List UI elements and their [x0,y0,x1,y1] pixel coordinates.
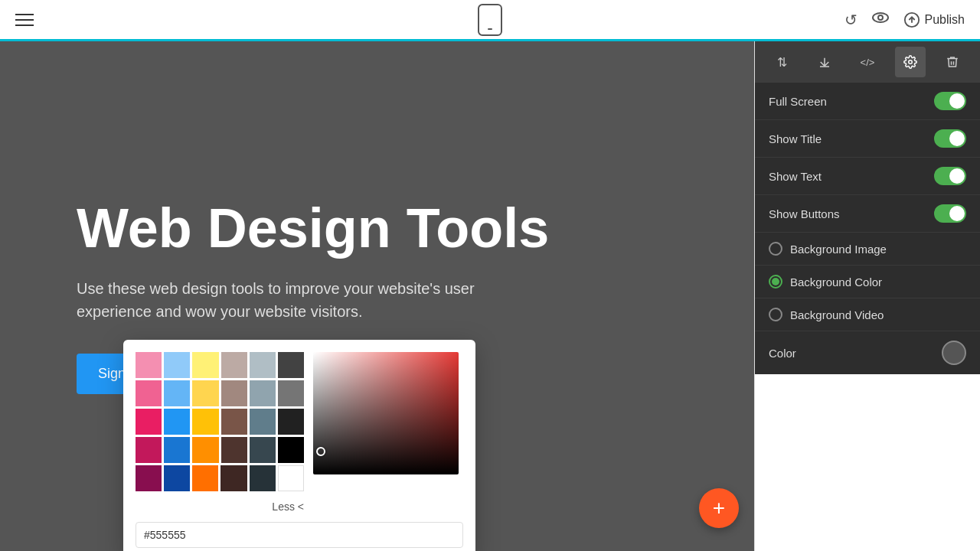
top-bar-left [15,14,34,26]
show-buttons-label: Show Buttons [769,207,840,220]
gradient-handle[interactable] [316,447,325,456]
swatch-cell[interactable] [278,352,304,378]
show-title-row: Show Title [755,120,980,158]
swatch-cell[interactable] [136,437,162,463]
panel-toolbar: ⇅ </> [755,41,980,83]
settings-panel: Full Screen Show Title Show Text Show Bu… [755,83,980,374]
top-bar-right: ↺ Publish [844,8,965,31]
swatch-cell[interactable] [250,380,276,406]
swatch-row-1 [136,352,304,378]
bg-color-label: Background Color [790,276,882,289]
swatch-cell[interactable] [136,465,162,491]
show-text-row: Show Text [755,158,980,195]
full-screen-toggle[interactable] [934,92,966,110]
bg-video-row[interactable]: Background Video [755,298,980,331]
download-tool-button[interactable] [809,47,840,77]
svg-point-4 [908,60,912,64]
show-buttons-toggle[interactable] [934,204,966,223]
top-bar: ↺ Publish [0,0,980,41]
hero-title: Web Design Tools [77,198,678,259]
swatch-grid [136,352,304,491]
picker-layout: Less < [136,352,463,516]
swatch-row-4 [136,437,304,463]
swatch-row-5 [136,465,304,491]
swatch-cell[interactable] [221,409,247,435]
swatch-cell[interactable] [250,352,276,378]
color-swatch-button[interactable] [942,341,966,365]
swatch-cell[interactable] [164,465,190,491]
preview-icon[interactable] [871,8,890,31]
right-panel: ⇅ </> [754,41,980,551]
swatch-cell[interactable] [136,409,162,435]
swatch-cell[interactable] [250,409,276,435]
settings-tool-button[interactable] [895,47,926,77]
swatch-cell[interactable] [221,437,247,463]
less-button[interactable]: Less < [272,497,304,516]
swatches-section: Less < [136,352,304,516]
swatch-cell[interactable] [192,465,218,491]
swatch-row-2 [136,380,304,406]
publish-button[interactable]: Publish [925,13,965,27]
menu-icon[interactable] [15,14,34,26]
swatch-cell[interactable] [221,352,247,378]
swatch-cell[interactable] [164,352,190,378]
hex-input[interactable] [136,522,463,548]
swatch-cell[interactable] [278,437,304,463]
swatch-cell[interactable] [278,409,304,435]
gradient-box[interactable] [313,352,459,474]
swatch-cell[interactable] [221,380,247,406]
swatch-cell[interactable] [136,352,162,378]
show-text-toggle[interactable] [934,167,966,185]
svg-point-0 [873,13,888,22]
delete-tool-button[interactable] [937,47,968,77]
color-picker-popup: Less < [123,340,475,551]
bg-image-row[interactable]: Background Image [755,233,980,266]
full-screen-label: Full Screen [769,95,827,108]
swatch-cell[interactable] [250,465,276,491]
show-title-label: Show Title [769,132,822,145]
swatch-cell[interactable] [164,409,190,435]
show-text-label: Show Text [769,170,822,183]
hero-subtitle: Use these web design tools to improve yo… [77,277,536,323]
swatch-cell[interactable] [278,380,304,406]
swatch-cell[interactable] [164,437,190,463]
bg-color-row[interactable]: Background Color [755,266,980,298]
swatch-cell[interactable] [220,465,247,491]
bg-video-radio[interactable] [769,308,782,321]
swatch-cell[interactable] [192,437,218,463]
swatch-cell[interactable] [278,465,304,491]
bg-video-label: Background Video [790,308,884,321]
show-buttons-row: Show Buttons [755,195,980,233]
mobile-preview-icon[interactable] [478,4,502,36]
bg-image-label: Background Image [790,243,887,256]
swatch-cell[interactable] [192,409,218,435]
color-row: Color [755,331,980,374]
color-label: Color [769,347,796,360]
swatch-cell[interactable] [164,380,190,406]
sort-tool-button[interactable]: ⇅ [767,47,798,77]
undo-icon[interactable]: ↺ [844,11,858,29]
gradient-picker[interactable] [313,352,459,474]
fab-add-button[interactable]: + [699,488,739,528]
svg-point-1 [878,15,883,20]
swatch-cell[interactable] [192,380,218,406]
show-title-toggle[interactable] [934,129,966,148]
publish-area[interactable]: Publish [903,11,965,28]
bg-image-radio[interactable] [769,242,782,256]
code-tool-button[interactable]: </> [852,47,883,77]
swatch-row-3 [136,409,304,435]
swatch-cell[interactable] [192,352,218,378]
bg-color-radio[interactable] [769,275,782,289]
swatch-cell[interactable] [136,380,162,406]
full-screen-row: Full Screen [755,83,980,120]
canvas-area: Web Design Tools Use these web design to… [0,41,980,551]
top-bar-center [478,4,502,36]
swatch-cell[interactable] [250,437,276,463]
